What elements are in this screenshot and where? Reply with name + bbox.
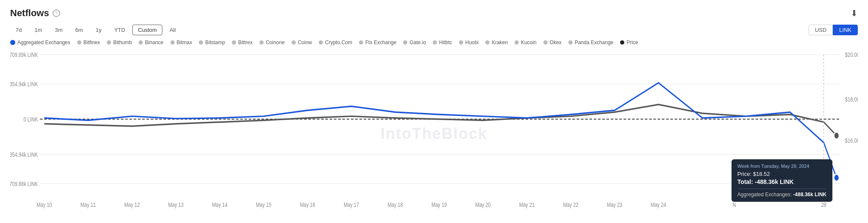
- legend-bittrex[interactable]: Bittrex: [232, 40, 253, 45]
- legend-dot-kraken: [485, 40, 490, 45]
- legend-dot-bittrex: [232, 40, 236, 45]
- currency-btn-link[interactable]: LINK: [833, 25, 858, 35]
- legend-panda[interactable]: Panda Exchange: [568, 40, 613, 45]
- legend-label-coinone: Coinone: [266, 40, 285, 45]
- svg-text:709.89k LINK: 709.89k LINK: [10, 51, 38, 59]
- svg-text:May 11: May 11: [81, 201, 96, 209]
- legend-cryptocom[interactable]: Crypto.Com: [319, 40, 352, 45]
- time-btn-3m[interactable]: 3m: [50, 25, 68, 35]
- legend-label-hitbtc: Hitbtc: [439, 40, 452, 45]
- legend-price[interactable]: Price: [620, 40, 638, 45]
- legend-label-coinw: Coinw: [298, 40, 312, 45]
- legend-label-binance: Binance: [145, 40, 163, 45]
- svg-text:May 13: May 13: [168, 201, 184, 209]
- time-btn-ytd[interactable]: YTD: [108, 25, 131, 35]
- legend-label-bitfinex: Bitfinex: [83, 40, 100, 45]
- svg-text:May 19: May 19: [431, 201, 447, 209]
- legend-label-price: Price: [626, 40, 638, 45]
- svg-text:May 18: May 18: [387, 201, 403, 209]
- svg-text:0 LINK: 0 LINK: [24, 116, 38, 123]
- svg-text:-354.94k LINK: -354.94k LINK: [10, 151, 38, 158]
- chart-area: IntoTheBlock 709.89k LINK 354.94k LINK 0…: [10, 49, 858, 219]
- legend-dot-cryptocom: [319, 40, 323, 45]
- svg-text:$16.00: $16.00: [845, 137, 858, 144]
- svg-text:May 24: May 24: [651, 201, 666, 209]
- tooltip-dot-agg: [834, 174, 839, 181]
- svg-text:May 17: May 17: [344, 201, 359, 209]
- svg-text:May 16: May 16: [300, 201, 315, 209]
- svg-text:-709.88k LINK: -709.88k LINK: [10, 180, 38, 187]
- legend-dot-bithumb: [107, 40, 111, 45]
- legend-label-ftx: Ftx Exchange: [365, 40, 396, 45]
- svg-text:May 12: May 12: [124, 201, 139, 209]
- time-btn-1m[interactable]: 1m: [29, 25, 47, 35]
- legend-label-kucoin: Kucoin: [521, 40, 537, 45]
- legend-huobi[interactable]: Huobi: [459, 40, 479, 45]
- price-line: [44, 104, 836, 135]
- legend-dot-price: [620, 40, 624, 45]
- legend-label-bitstamp: Bitstamp: [205, 40, 225, 45]
- legend-label-bittrex: Bittrex: [238, 40, 253, 45]
- legend-label-okex: Okex: [550, 40, 562, 45]
- legend-bitfinex[interactable]: Bitfinex: [77, 40, 100, 45]
- svg-text:May 20: May 20: [475, 201, 490, 209]
- legend-bitstamp[interactable]: Bitstamp: [199, 40, 225, 45]
- page-title: Netflows: [10, 8, 49, 19]
- time-btn-1y[interactable]: 1y: [90, 25, 107, 35]
- svg-text:N: N: [733, 201, 736, 209]
- chart-svg: 709.89k LINK 354.94k LINK 0 LINK -354.94…: [10, 49, 858, 219]
- svg-text:May 21: May 21: [519, 201, 534, 209]
- legend-label-huobi: Huobi: [465, 40, 479, 45]
- svg-text:$18.00: $18.00: [845, 96, 858, 103]
- legend-label-bitmax: Bitmax: [177, 40, 192, 45]
- download-button[interactable]: ⬇: [851, 8, 858, 18]
- legend-dot-bitfinex: [77, 40, 81, 45]
- legend-bitmax[interactable]: Bitmax: [170, 40, 192, 45]
- header-row: Netflows ? ⬇: [10, 8, 858, 19]
- title-group: Netflows ?: [10, 8, 60, 19]
- svg-text:May 23: May 23: [607, 201, 622, 209]
- legend-coinw[interactable]: Coinw: [292, 40, 312, 45]
- legend-kucoin[interactable]: Kucoin: [515, 40, 537, 45]
- legend-coinone[interactable]: Coinone: [259, 40, 285, 45]
- legend-hitbtc[interactable]: Hitbtc: [433, 40, 452, 45]
- legend-dot-okex: [543, 40, 548, 45]
- legend-aggregated[interactable]: Aggregated Exchanges: [10, 40, 70, 45]
- legend-row: Aggregated Exchanges Bitfinex Bithumb Bi…: [10, 40, 858, 45]
- time-btn-6m[interactable]: 6m: [70, 25, 89, 35]
- legend-bithumb[interactable]: Bithumb: [107, 40, 132, 45]
- time-btn-custom[interactable]: Custom: [132, 25, 162, 35]
- legend-dot-huobi: [459, 40, 463, 45]
- svg-text:28: 28: [821, 201, 826, 209]
- legend-label-bithumb: Bithumb: [113, 40, 132, 45]
- svg-text:$20.00: $20.00: [845, 51, 858, 59]
- legend-dot-bitstamp: [199, 40, 203, 45]
- controls-row: 7d 1m 3m 6m 1y YTD Custom All USD LINK: [10, 25, 858, 35]
- svg-text:May 14: May 14: [212, 201, 227, 209]
- legend-ftx[interactable]: Ftx Exchange: [359, 40, 396, 45]
- svg-text:354.94k LINK: 354.94k LINK: [10, 81, 38, 88]
- legend-dot-bitmax: [170, 40, 175, 45]
- time-btn-7d[interactable]: 7d: [10, 25, 27, 35]
- legend-okex[interactable]: Okex: [543, 40, 562, 45]
- legend-dot-hitbtc: [433, 40, 437, 45]
- legend-label-cryptocom: Crypto.Com: [325, 40, 352, 45]
- svg-text:May 15: May 15: [256, 201, 271, 209]
- legend-label-gateio: Gate.io: [409, 40, 426, 45]
- time-btn-all[interactable]: All: [164, 25, 181, 35]
- legend-dot-panda: [568, 40, 573, 45]
- legend-dot-coinw: [292, 40, 296, 45]
- legend-kraken[interactable]: Kraken: [485, 40, 508, 45]
- legend-label-kraken: Kraken: [492, 40, 508, 45]
- legend-gateio[interactable]: Gate.io: [403, 40, 426, 45]
- aggregated-line: [44, 83, 836, 178]
- legend-binance[interactable]: Binance: [139, 40, 163, 45]
- legend-dot-gateio: [403, 40, 407, 45]
- legend-dot-aggregated: [10, 40, 15, 45]
- svg-text:May 22: May 22: [563, 201, 578, 209]
- legend-dot-coinone: [259, 40, 264, 45]
- currency-btn-usd[interactable]: USD: [809, 25, 833, 35]
- legend-dot-kucoin: [515, 40, 519, 45]
- legend-label-panda: Panda Exchange: [575, 40, 613, 45]
- help-icon[interactable]: ?: [53, 9, 60, 17]
